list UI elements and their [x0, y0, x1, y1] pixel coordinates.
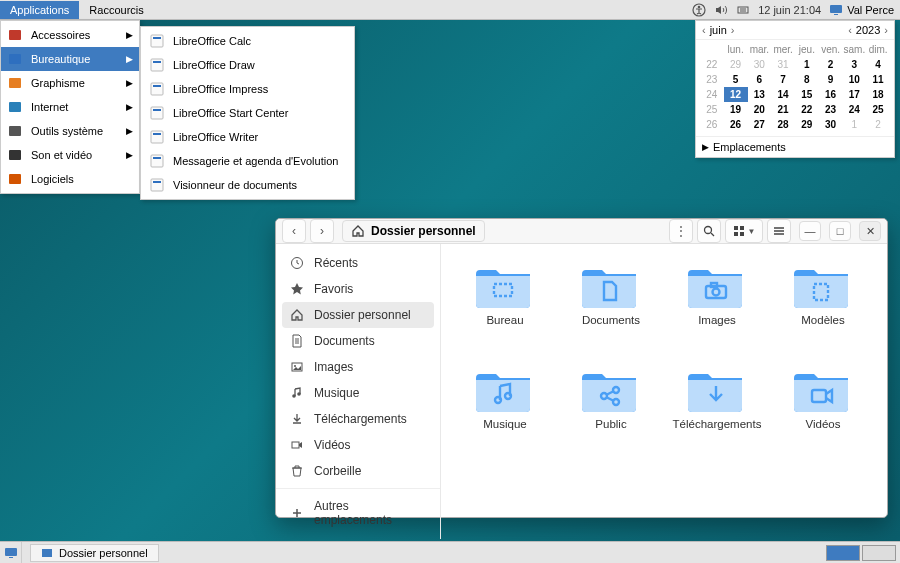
calendar-day[interactable]: 11	[866, 72, 890, 87]
submenu-item-libreoffice-impress[interactable]: LibreOffice Impress	[141, 77, 354, 101]
applications-menu-button[interactable]: Applications	[0, 1, 79, 19]
calendar-day[interactable]: 30	[819, 117, 843, 132]
sidebar-item-favoris[interactable]: Favoris	[276, 276, 440, 302]
taskbar-window-label: Dossier personnel	[59, 547, 148, 559]
user-menu[interactable]: Val Perce	[829, 3, 894, 17]
workspace-1[interactable]	[826, 545, 860, 561]
folder-mod-les[interactable]: Modèles	[775, 262, 871, 362]
calendar-day[interactable]: 22	[795, 102, 819, 117]
hamburger-menu-button[interactable]	[767, 219, 791, 243]
accessibility-icon[interactable]	[692, 3, 706, 17]
menu-item-accessoires[interactable]: Accessoires▶	[1, 23, 139, 47]
forward-button[interactable]: ›	[310, 219, 334, 243]
prev-year-button[interactable]: ‹	[848, 24, 852, 36]
maximize-button[interactable]: □	[829, 221, 851, 241]
svg-rect-13	[153, 37, 161, 39]
calendar-day[interactable]: 17	[843, 87, 867, 102]
menu-item-bureautique[interactable]: Bureautique▶	[1, 47, 139, 71]
calendar-day[interactable]: 28	[771, 117, 795, 132]
calendar-day[interactable]: 1	[795, 57, 819, 72]
workspace-2[interactable]	[862, 545, 896, 561]
network-icon[interactable]	[736, 3, 750, 17]
show-desktop-button[interactable]	[0, 542, 22, 564]
menu-item-outils-syst-me[interactable]: Outils système▶	[1, 119, 139, 143]
calendar-day[interactable]: 4	[866, 57, 890, 72]
calendar-day[interactable]: 2	[819, 57, 843, 72]
submenu-item-visionneur-de-documents[interactable]: Visionneur de documents	[141, 173, 354, 197]
calendar-day[interactable]: 16	[819, 87, 843, 102]
menu-item-son-et-vid-o[interactable]: Son et vidéo▶	[1, 143, 139, 167]
svg-rect-30	[740, 232, 744, 236]
calendar-day[interactable]: 20	[748, 102, 772, 117]
calendar-day[interactable]: 1	[843, 117, 867, 132]
calendar-day[interactable]: 12	[724, 87, 748, 102]
folder-icon	[688, 366, 746, 412]
submenu-item-libreoffice-writer[interactable]: LibreOffice Writer	[141, 125, 354, 149]
sidebar-item-corbeille[interactable]: Corbeille	[276, 458, 440, 484]
close-button[interactable]: ✕	[859, 221, 881, 241]
calendar-day[interactable]: 3	[843, 57, 867, 72]
kebab-menu-button[interactable]: ⋮	[669, 219, 693, 243]
sidebar-item-dossier-personnel[interactable]: Dossier personnel	[282, 302, 434, 328]
shortcuts-menu-button[interactable]: Raccourcis	[79, 1, 153, 19]
sidebar-item-documents[interactable]: Documents	[276, 328, 440, 354]
folder-musique[interactable]: Musique	[457, 366, 553, 466]
calendar-day[interactable]: 27	[748, 117, 772, 132]
submenu-item-messagerie-et-agenda-d-evolution[interactable]: Messagerie et agenda d'Evolution	[141, 149, 354, 173]
calendar-day[interactable]: 2	[866, 117, 890, 132]
calendar-day[interactable]: 18	[866, 87, 890, 102]
sidebar-item-images[interactable]: Images	[276, 354, 440, 380]
music-icon	[290, 386, 304, 400]
calendar-day[interactable]: 21	[771, 102, 795, 117]
calendar-day[interactable]: 30	[748, 57, 772, 72]
view-grid-dropdown[interactable]: ▼	[725, 219, 763, 243]
prev-month-button[interactable]: ‹	[702, 24, 706, 36]
clock[interactable]: 12 juin 21:04	[758, 4, 821, 16]
calendar-day[interactable]: 14	[771, 87, 795, 102]
sidebar-item-r-cents[interactable]: Récents	[276, 250, 440, 276]
calendar-day[interactable]: 24	[843, 102, 867, 117]
sidebar-item-vid-os[interactable]: Vidéos	[276, 432, 440, 458]
calendar-day[interactable]: 5	[724, 72, 748, 87]
sidebar-item-autres-emplacements[interactable]: Autres emplacements	[276, 493, 440, 533]
calendar-day[interactable]: 9	[819, 72, 843, 87]
next-month-button[interactable]: ›	[731, 24, 735, 36]
calendar-day[interactable]: 26	[724, 117, 748, 132]
minimize-button[interactable]: —	[799, 221, 821, 241]
folder-icon	[794, 262, 852, 308]
folder-documents[interactable]: Documents	[563, 262, 659, 362]
submenu-item-libreoffice-start-center[interactable]: LibreOffice Start Center	[141, 101, 354, 125]
submenu-item-libreoffice-draw[interactable]: LibreOffice Draw	[141, 53, 354, 77]
calendar-day[interactable]: 29	[724, 57, 748, 72]
calendar-locations-row[interactable]: ▶ Emplacements	[696, 136, 894, 157]
calendar-day[interactable]: 25	[866, 102, 890, 117]
calendar-day[interactable]: 8	[795, 72, 819, 87]
search-button[interactable]	[697, 219, 721, 243]
menu-item-graphisme[interactable]: Graphisme▶	[1, 71, 139, 95]
file-manager-titlebar: ‹ › Dossier personnel ⋮ ▼ — □ ✕	[276, 219, 887, 244]
next-year-button[interactable]: ›	[884, 24, 888, 36]
calendar-day[interactable]: 29	[795, 117, 819, 132]
menu-item-logiciels[interactable]: Logiciels	[1, 167, 139, 191]
calendar-day[interactable]: 6	[748, 72, 772, 87]
calendar-day[interactable]: 15	[795, 87, 819, 102]
taskbar-window-button[interactable]: Dossier personnel	[30, 544, 159, 562]
submenu-item-libreoffice-calc[interactable]: LibreOffice Calc	[141, 29, 354, 53]
calendar-day[interactable]: 23	[819, 102, 843, 117]
sidebar-item-musique[interactable]: Musique	[276, 380, 440, 406]
menu-item-internet[interactable]: Internet▶	[1, 95, 139, 119]
back-button[interactable]: ‹	[282, 219, 306, 243]
calendar-day[interactable]: 10	[843, 72, 867, 87]
folder-vid-os[interactable]: Vidéos	[775, 366, 871, 466]
calendar-day[interactable]: 31	[771, 57, 795, 72]
location-bar[interactable]: Dossier personnel	[342, 220, 485, 242]
calendar-day[interactable]: 19	[724, 102, 748, 117]
calendar-day[interactable]: 13	[748, 87, 772, 102]
sidebar-item-t-l-chargements[interactable]: Téléchargements	[276, 406, 440, 432]
folder-public[interactable]: Public	[563, 366, 659, 466]
volume-icon[interactable]	[714, 3, 728, 17]
folder-t-l-chargements[interactable]: Téléchargements	[669, 366, 765, 466]
folder-bureau[interactable]: Bureau	[457, 262, 553, 362]
calendar-day[interactable]: 7	[771, 72, 795, 87]
folder-images[interactable]: Images	[669, 262, 765, 362]
